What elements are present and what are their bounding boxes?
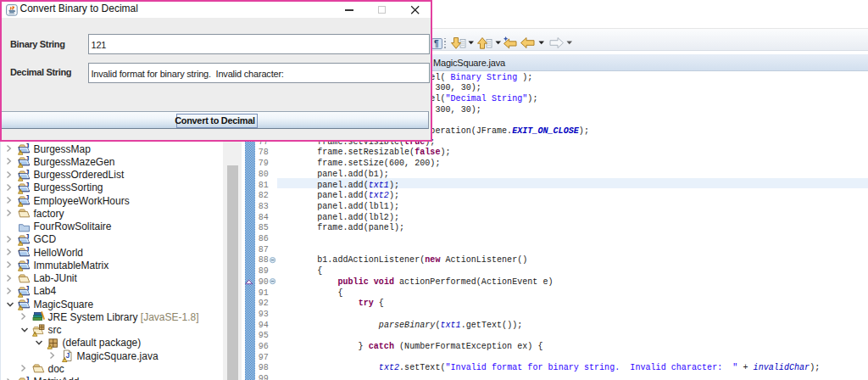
svg-text:¶: ¶ bbox=[434, 39, 439, 48]
